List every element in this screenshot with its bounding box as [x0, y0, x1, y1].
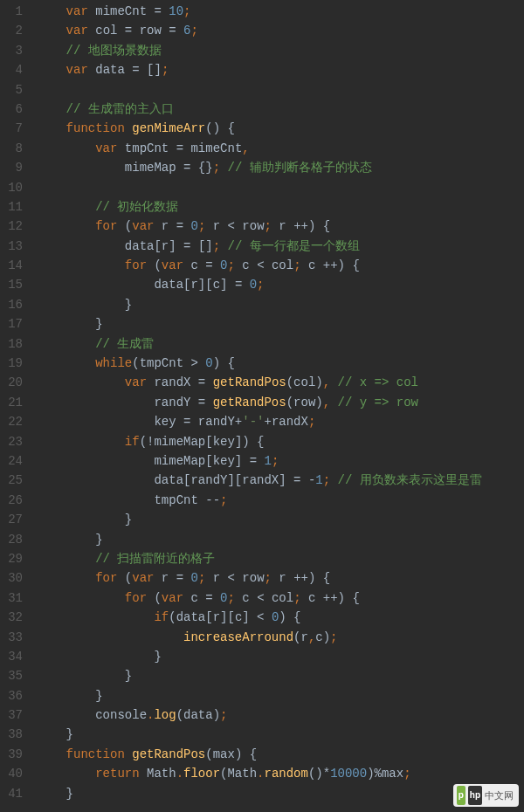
code-line[interactable]: } [37, 530, 482, 549]
line-number: 17 [0, 314, 23, 334]
line-number: 28 [0, 530, 23, 549]
code-line[interactable]: var col = row = 6; [37, 21, 482, 40]
code-line[interactable]: for (var r = 0; r < row; r ++) { [37, 217, 482, 236]
code-line[interactable]: } [37, 686, 482, 705]
code-line[interactable]: } [37, 314, 482, 334]
line-number: 13 [0, 237, 23, 256]
code-line[interactable]: console.log(data); [37, 705, 482, 725]
code-line[interactable]: } [37, 510, 482, 529]
code-line[interactable]: } [37, 725, 482, 744]
line-number: 5 [0, 80, 23, 100]
line-number: 32 [0, 608, 23, 627]
code-line[interactable]: // 生成雷 [37, 334, 482, 354]
line-number: 38 [0, 725, 23, 744]
code-line[interactable]: increaseArround(r,c); [37, 628, 482, 647]
line-number: 34 [0, 647, 23, 666]
code-line[interactable]: data[r][c] = 0; [37, 275, 482, 294]
line-number: 18 [0, 334, 23, 354]
watermark-badge: php 中文网 [453, 784, 519, 807]
line-number: 25 [0, 471, 23, 490]
code-line[interactable]: var mimeCnt = 10; [37, 2, 482, 21]
line-number: 11 [0, 197, 23, 217]
line-gutter: 1234567891011121314151617181920212223242… [0, 0, 30, 812]
code-line[interactable]: for (var r = 0; r < row; r ++) { [37, 568, 482, 588]
code-editor[interactable]: 1234567891011121314151617181920212223242… [0, 0, 524, 812]
code-line[interactable]: var tmpCnt = mimeCnt, [37, 139, 482, 158]
watermark-text: 中文网 [485, 786, 514, 805]
line-number: 2 [0, 21, 23, 40]
code-line[interactable]: function genMimeArr() { [37, 119, 482, 138]
code-line[interactable]: } [37, 647, 482, 666]
line-number: 4 [0, 60, 23, 79]
line-number: 35 [0, 666, 23, 685]
line-number: 14 [0, 256, 23, 275]
code-line[interactable]: data[r] = []; // 每一行都是一个数组 [37, 237, 482, 256]
code-line[interactable]: // 生成雷的主入口 [37, 100, 482, 119]
line-number: 31 [0, 588, 23, 608]
line-number: 36 [0, 686, 23, 705]
line-number: 9 [0, 158, 23, 177]
code-line[interactable]: // 扫描雷附近的格子 [37, 549, 482, 568]
line-number: 22 [0, 412, 23, 431]
line-number: 12 [0, 217, 23, 236]
line-number: 24 [0, 451, 23, 471]
line-number: 30 [0, 568, 23, 588]
line-number: 39 [0, 745, 23, 764]
line-number: 21 [0, 393, 23, 412]
code-line[interactable] [37, 178, 482, 197]
line-number: 3 [0, 41, 23, 60]
code-line[interactable]: if(!mimeMap[key]) { [37, 432, 482, 451]
code-line[interactable]: } [37, 295, 482, 314]
line-number: 19 [0, 354, 23, 373]
line-number: 33 [0, 628, 23, 647]
code-line[interactable]: function getRandPos(max) { [37, 745, 482, 764]
line-number: 10 [0, 178, 23, 197]
code-line[interactable] [37, 80, 482, 100]
line-number: 7 [0, 119, 23, 138]
line-number: 40 [0, 764, 23, 783]
line-number: 20 [0, 373, 23, 392]
code-line[interactable]: if(data[r][c] < 0) { [37, 608, 482, 627]
code-line[interactable]: randY = getRandPos(row), // y => row [37, 393, 482, 412]
watermark-logo-icon: hp [468, 786, 482, 805]
code-line[interactable]: for (var c = 0; c < col; c ++) { [37, 256, 482, 275]
code-line[interactable]: // 初始化数据 [37, 197, 482, 217]
code-line[interactable]: tmpCnt --; [37, 491, 482, 510]
line-number: 37 [0, 705, 23, 725]
line-number: 29 [0, 549, 23, 568]
code-line[interactable]: mimeMap[key] = 1; [37, 451, 482, 471]
code-area[interactable]: var mimeCnt = 10; var col = row = 6; // … [30, 0, 482, 812]
line-number: 15 [0, 275, 23, 294]
line-number: 1 [0, 2, 23, 21]
code-line[interactable]: return Math.floor(Math.random()*10000)%m… [37, 764, 482, 783]
line-number: 23 [0, 432, 23, 451]
line-number: 26 [0, 491, 23, 510]
code-line[interactable]: var randX = getRandPos(col), // x => col [37, 373, 482, 392]
code-line[interactable]: var data = []; [37, 60, 482, 79]
line-number: 16 [0, 295, 23, 314]
line-number: 6 [0, 100, 23, 119]
code-line[interactable]: key = randY+'-'+randX; [37, 412, 482, 431]
code-line[interactable]: data[randY][randX] = -1; // 用负数来表示这里是雷 [37, 471, 482, 490]
line-number: 41 [0, 784, 23, 803]
code-line[interactable]: for (var c = 0; c < col; c ++) { [37, 588, 482, 608]
line-number: 8 [0, 139, 23, 158]
code-line[interactable]: // 地图场景数据 [37, 41, 482, 60]
watermark-logo-icon: p [457, 786, 465, 805]
code-line[interactable]: } [37, 784, 482, 803]
code-line[interactable]: while(tmpCnt > 0) { [37, 354, 482, 373]
code-line[interactable]: mimeMap = {}; // 辅助判断各格子的状态 [37, 158, 482, 177]
code-line[interactable]: } [37, 666, 482, 685]
line-number: 27 [0, 510, 23, 529]
